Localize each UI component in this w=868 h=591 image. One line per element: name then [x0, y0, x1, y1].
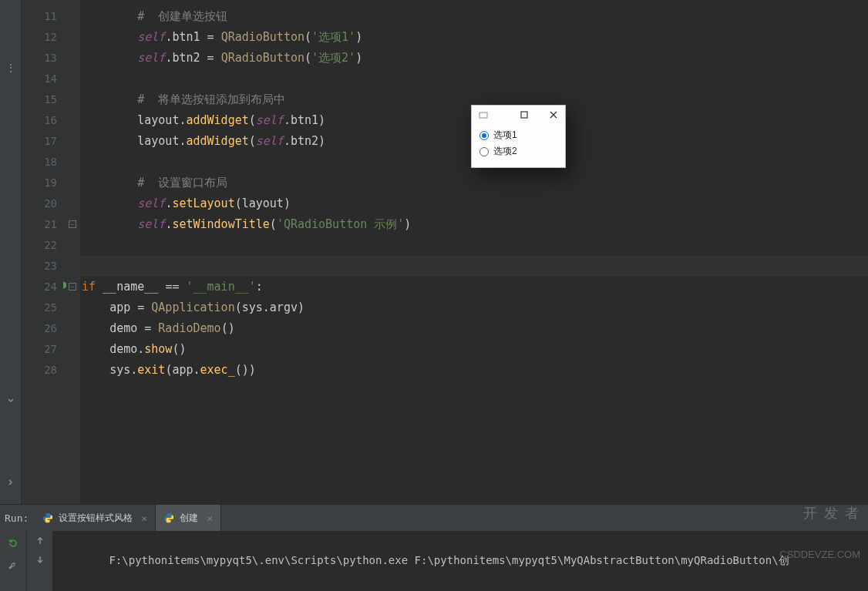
code-line[interactable]: # 设置窗口布局: [80, 173, 868, 193]
line-number[interactable]: 26: [22, 318, 57, 339]
code-line[interactable]: self.btn2 = QRadioButton('选项2'): [80, 48, 868, 69]
code-line[interactable]: # 创建单选按钮: [80, 6, 868, 27]
token-call: RadioDemo: [158, 321, 220, 335]
code-line[interactable]: app = QApplication(sys.argv): [80, 297, 868, 318]
token-white: (layout): [235, 196, 291, 210]
svg-rect-1: [521, 112, 527, 118]
fold-marker[interactable]: –: [69, 220, 76, 228]
run-tabs: 设置按钮样式风格×创建×: [35, 505, 221, 531]
fold-column[interactable]: ––: [66, 0, 80, 504]
code-line[interactable]: [80, 256, 868, 277]
token-self: self: [137, 51, 165, 65]
code-line[interactable]: demo.show(): [80, 339, 868, 360]
code-line[interactable]: self.setWindowTitle('QRadioButton 示例'): [80, 214, 868, 235]
console-text: F:\pythonitems\mypyqt5\.env\Scripts\pyth…: [109, 554, 789, 566]
rerun-icon[interactable]: [5, 536, 21, 551]
close-tab-icon[interactable]: ×: [207, 512, 213, 524]
run-tab[interactable]: 创建×: [156, 505, 221, 531]
popup-titlebar[interactable]: [472, 106, 565, 124]
rail-handle-1[interactable]: ⋮: [5, 62, 17, 74]
rail-chevron-icon-2[interactable]: [5, 476, 17, 489]
close-icon[interactable]: [548, 109, 559, 120]
token-self: self: [256, 113, 284, 127]
arrow-down-icon[interactable]: [35, 554, 45, 566]
token-white: :: [256, 280, 263, 294]
line-number[interactable]: 22: [22, 235, 57, 256]
token-self: self: [137, 30, 165, 44]
code-line[interactable]: if __name__ == '__main__':: [80, 277, 868, 297]
token-white: (: [304, 30, 311, 44]
code-line[interactable]: self.setLayout(layout): [80, 193, 868, 214]
token-white: .btn1: [165, 30, 207, 44]
line-number[interactable]: 28: [22, 360, 57, 381]
wrench-icon[interactable]: [5, 557, 21, 573]
token-str: '选项1': [311, 30, 355, 44]
line-number[interactable]: 21: [22, 214, 57, 235]
watermark: 开 发 者 CSDDEVZE.COM: [779, 479, 860, 589]
token-comment: # 创建单选按钮: [137, 9, 227, 23]
token-comment: # 设置窗口布局: [137, 176, 227, 190]
line-number[interactable]: 24: [22, 277, 57, 297]
line-number[interactable]: 18: [22, 152, 57, 173]
token-self: self: [137, 217, 165, 231]
radio-label-1: 选项1: [493, 129, 517, 142]
line-number[interactable]: 27: [22, 339, 57, 360]
token-call: QRadioButton: [221, 51, 304, 65]
line-number[interactable]: 23: [22, 256, 57, 277]
line-number[interactable]: 16: [22, 110, 57, 131]
python-icon: [163, 512, 174, 523]
token-white: =: [144, 321, 158, 335]
close-tab-icon[interactable]: ×: [141, 512, 147, 524]
token-white: (sys.argv): [235, 301, 304, 314]
line-number[interactable]: 20: [22, 193, 57, 214]
rail-chevron-icon[interactable]: [5, 395, 17, 407]
token-white: layout.: [137, 113, 186, 127]
radio-icon[interactable]: [479, 147, 489, 156]
radio-option-1[interactable]: 选项1: [479, 127, 557, 143]
python-icon: [42, 512, 53, 523]
maximize-icon[interactable]: [519, 109, 530, 120]
run-tab[interactable]: 设置按钮样式风格×: [35, 505, 156, 531]
console-output[interactable]: F:\pythonitems\mypyqt5\.env\Scripts\pyth…: [52, 531, 868, 591]
token-white: ==: [165, 280, 186, 294]
token-white: ): [404, 217, 411, 231]
popup-body: 选项1 选项2: [472, 124, 565, 167]
code-line[interactable]: [80, 235, 868, 256]
token-white: layout.: [137, 134, 186, 148]
line-number[interactable]: 15: [22, 89, 57, 110]
token-self: self: [256, 134, 284, 148]
tool-rail: ⋮: [0, 0, 22, 504]
app-popup-window[interactable]: 选项1 选项2: [471, 105, 566, 168]
radio-option-2[interactable]: 选项2: [479, 143, 557, 160]
token-white: .btn2): [284, 134, 325, 148]
line-number[interactable]: 25: [22, 297, 57, 318]
fold-marker[interactable]: –: [69, 283, 76, 290]
token-self: self: [137, 196, 165, 210]
line-number[interactable]: 13: [22, 48, 57, 69]
line-number[interactable]: 17: [22, 131, 57, 152]
token-func: setLayout: [172, 196, 234, 210]
code-editor[interactable]: # 创建单选按钮 self.btn1 = QRadioButton('选项1')…: [80, 0, 868, 504]
token-func: exec_: [200, 363, 235, 377]
token-white: (): [221, 321, 235, 335]
code-line[interactable]: sys.exit(app.exec_()): [80, 360, 868, 381]
token-key: if: [82, 280, 103, 294]
radio-icon[interactable]: [479, 131, 489, 140]
token-call: QApplication: [151, 301, 234, 314]
line-number[interactable]: 12: [22, 27, 57, 48]
code-line[interactable]: demo = RadioDemo(): [80, 318, 868, 339]
token-white: .btn2: [165, 51, 207, 65]
token-func: setWindowTitle: [172, 217, 269, 231]
arrow-up-icon[interactable]: [35, 536, 45, 548]
line-number-gutter[interactable]: 111213141516171819202122232425262728: [22, 0, 66, 504]
line-number[interactable]: 14: [22, 69, 57, 89]
code-line[interactable]: self.btn1 = QRadioButton('选项1'): [80, 27, 868, 48]
minimize-icon[interactable]: [478, 109, 489, 120]
token-white: sys.: [109, 363, 137, 377]
token-white: (app.: [165, 363, 200, 377]
watermark-line1: 开 发 者: [779, 506, 860, 520]
code-line[interactable]: [80, 69, 868, 89]
line-number[interactable]: 19: [22, 173, 57, 193]
watermark-line2: CSDDEVZE.COM: [779, 548, 860, 562]
line-number[interactable]: 11: [22, 6, 57, 27]
